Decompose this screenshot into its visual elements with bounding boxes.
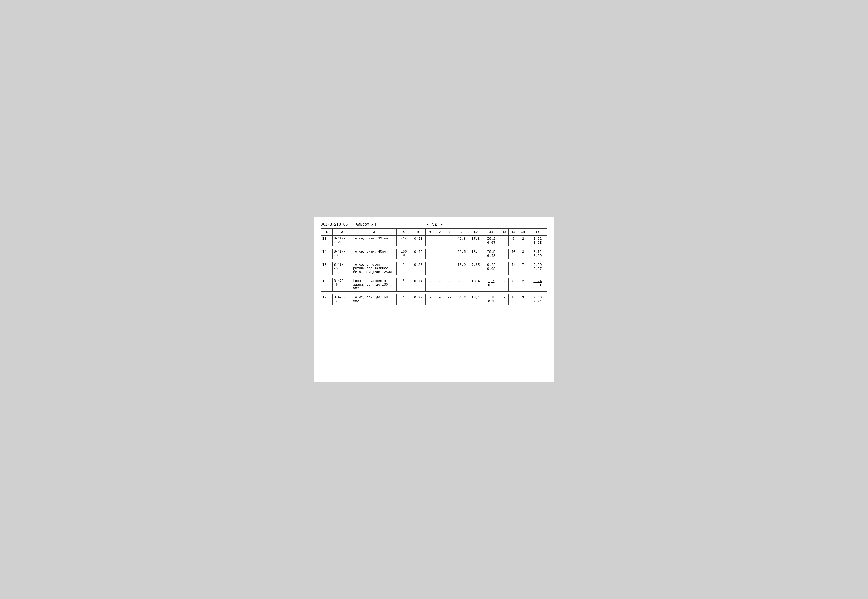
table-row: I5 --8-4I7- -5То же, в перек- рытиях под… [321,262,547,275]
spacer-row [321,246,547,249]
col14: 7 [518,262,528,275]
col10: I3,4 [469,294,483,305]
col6: - [426,235,435,246]
unit: I00 м [397,249,411,259]
col13: I0 [509,249,518,259]
col13: 8 [509,278,518,292]
col-header-7: 7 [435,229,445,235]
page-number: - 92 - [426,222,444,227]
col5: 0,I0 [411,235,426,246]
col13: I4 [509,262,518,275]
column-headers: I 2 3 4 5 6 7 8 9 I0 II I2 I3 I4 I5 [321,229,547,235]
col15: 3,I20,99 [528,249,547,259]
row-id: I3 [321,235,332,246]
page-header: 90I-3-2I3.86 Альбом УП - 92 - [321,222,547,227]
col5: 0,I6 [411,249,426,259]
col6: - [426,294,435,305]
col12: - [500,278,509,292]
col-header-9: 9 [454,229,469,235]
col-header-3: 3 [352,229,397,235]
col15: 0,200,07 [528,262,547,275]
album-label: Альбом УП [356,222,376,227]
col12: - [500,294,509,305]
col7: - [435,235,445,246]
col-header-14: I4 [518,229,528,235]
col9: 49,8 [454,235,469,246]
col15: 0,240,0I [528,278,547,292]
document-page: 90I-3-2I3.86 Альбом УП - 92 - I 2 3 4 5 … [314,217,554,382]
col15: I,920,6I [528,235,547,246]
col-header-2: 2 [332,229,352,235]
col9: 64,2 [454,294,469,305]
row-id: I7 [321,294,332,305]
col-header-6: 6 [426,229,435,235]
col5: 0,20 [411,294,426,305]
row-id: I6 [321,278,332,292]
col10: I8,4 [469,249,483,259]
header-left: 90I-3-2I3.86 Альбом УП [321,222,376,227]
spacer-row [321,275,547,278]
col9: 56,I [454,278,469,292]
table-row: I38-4I7- - 2-То же, диам. 32 мм-"-0,I0--… [321,235,547,246]
col7: — [435,249,445,259]
col7: - [435,262,445,275]
doc-ref: 8-472- -6 [332,278,352,292]
col9: I5,9 [454,262,469,275]
row-id: I4 [321,249,332,259]
col7: - [435,278,445,292]
col5: 0,I4 [411,278,426,292]
col8: - [445,235,454,246]
main-table: I 2 3 4 5 6 7 8 9 I0 II I2 I3 I4 I5 I38-… [321,229,547,305]
col8: - [445,249,454,259]
unit: " [397,278,411,292]
col-header-5: 5 [411,229,426,235]
col10: 7,65 [469,262,483,275]
unit: " [397,294,411,305]
description: То же, сеч. до I60 мм2 [352,294,397,305]
col8: -- [445,294,454,305]
doc-ref: 8-4I7- -5 [332,262,352,275]
col14: 3 [518,294,528,305]
description: То же, диам. 32 мм [352,235,397,246]
col13: I3 [509,294,518,305]
col-header-12: I2 [500,229,509,235]
col11: 0,220,08 [483,262,500,275]
col15: 0,360,04 [528,294,547,305]
col6: - [426,262,435,275]
col-header-8: 8 [445,229,454,235]
table-row: I48-4I7- -3То же, диам. 40ммI00 м0,I6-—-… [321,249,547,259]
spacer-row [321,292,547,294]
description: Шины заземлония в здании сеч. до I00 мм2 [352,278,397,292]
col-header-15: I5 [528,229,547,235]
description: То же, в перек- рытиях под заливку бето-… [352,262,397,275]
col6: - [426,249,435,259]
table-row: I68-472- -6Шины заземлония в здании сеч.… [321,278,547,292]
col11: I,80,2 [483,294,500,305]
col12: - [500,235,509,246]
col12: - [500,249,509,259]
col5: 0,86 [411,262,426,275]
col14: 2 [518,235,528,246]
col-header-1: I [321,229,332,235]
col11: I9.56,I8 [483,249,500,259]
col10: I3,4 [469,278,483,292]
col13: 5 [509,235,518,246]
unit: " [397,262,411,275]
col-header-10: I0 [469,229,483,235]
doc-ref: 8-4I7- - 2- [332,235,352,246]
col7: - [435,294,445,305]
col-header-4: 4 [397,229,411,235]
doc-number: 90I-3-2I3.86 [321,222,348,227]
row-id: I5 -- [321,262,332,275]
col8: - [445,278,454,292]
spacer-row [321,259,547,262]
col14: 2 [518,278,528,292]
col14: 3 [518,249,528,259]
table-row: I78-472- -7То же, сеч. до I60 мм2"0,20--… [321,294,547,305]
col6: - [426,278,435,292]
col9: 59,5 [454,249,469,259]
table-body: I38-4I7- - 2-То же, диам. 32 мм-"-0,I0--… [321,235,547,305]
col11: I,70,I [483,278,500,292]
col-header-11: II [483,229,500,235]
col12: - [500,262,509,275]
